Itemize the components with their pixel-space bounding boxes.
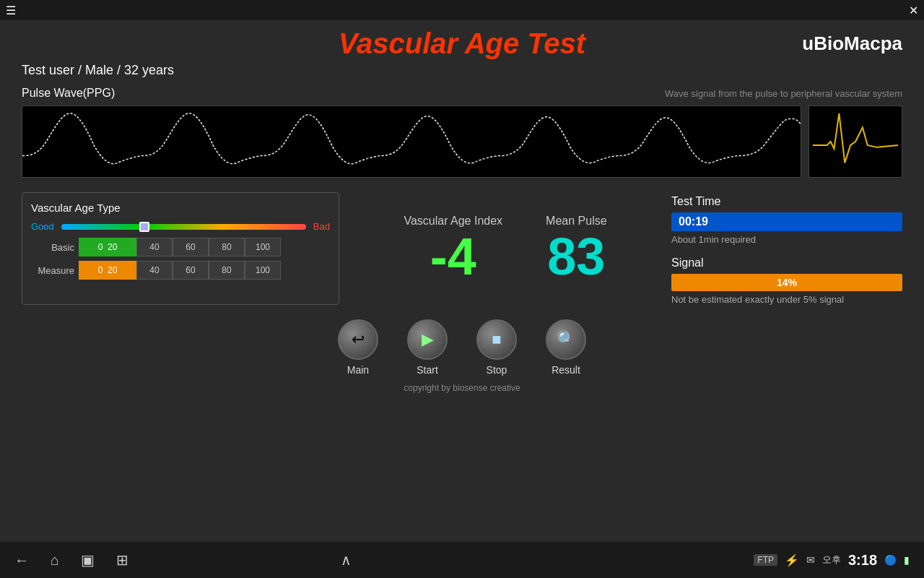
time-period: 오후	[822, 553, 841, 566]
basic-bar-container: 0 20 40 60 80 100	[79, 238, 330, 256]
start-button-icon: ▶	[407, 319, 448, 360]
brand-name: uBioMacpa	[802, 33, 902, 55]
buttons-section: ↩ Main ▶ Start ■ Stop 🔍 Result	[22, 319, 902, 376]
bottom-right-info: FTP ⚡ ✉ 오후 3:18 🔵 ▮	[754, 552, 910, 569]
measure-tick-80: 80	[209, 261, 245, 280]
ppg-graph	[22, 105, 801, 178]
usb-icon: ⚡	[785, 553, 799, 567]
test-time-title: Test Time	[671, 195, 902, 208]
user-info: Test user / Male / 32 years	[22, 63, 902, 78]
recent-apps-button[interactable]: ▣	[81, 551, 95, 569]
basic-label: Basic	[31, 242, 74, 253]
ftp-status: FTP	[754, 554, 777, 566]
app-title: Vascular Age Test	[22, 27, 902, 60]
test-time-section: Test Time 00:19 About 1min required	[671, 195, 902, 245]
basic-tick-80: 80	[209, 238, 245, 256]
main-content: Vascular Age Test uBioMacpa Test user / …	[0, 20, 924, 400]
start-button[interactable]: ▶ Start	[407, 319, 448, 376]
stop-button-icon: ■	[476, 319, 517, 360]
bottom-bar: ← ⌂ ▣ ⊞ ∧ FTP ⚡ ✉ 오후 3:18 🔵 ▮	[0, 542, 924, 578]
basic-tick-100: 100	[245, 238, 281, 256]
basic-bar-ticks: 40 60 80 100	[136, 238, 281, 256]
pulse-wave-subtitle: Wave signal from the pulse to peripheral…	[665, 88, 902, 99]
basic-bar-row: Basic 0 20 40 60 80 100	[31, 238, 330, 256]
close-button[interactable]: ✕	[909, 4, 918, 17]
basic-tick-60: 60	[173, 238, 209, 256]
test-time-badge: 00:19	[671, 212, 902, 231]
vascular-type-title: Vascular Age Type	[31, 202, 330, 214]
measure-bar-ticks: 40 60 80 100	[136, 261, 281, 280]
measure-tick-60: 60	[173, 261, 209, 280]
main-button-icon: ↩	[338, 319, 378, 360]
vascular-age-index-block: Vascular Age Index -4	[404, 215, 502, 282]
slider-track[interactable]	[61, 224, 306, 230]
test-time-subtext: About 1min required	[671, 234, 902, 245]
pulse-wave-container	[22, 105, 902, 178]
mean-pulse-label: Mean Pulse	[546, 215, 607, 228]
vascular-type-box: Vascular Age Type Good Bad Basic 0 20 40	[22, 192, 339, 305]
measure-bar-row: Measure 0 20 40 60 80 100	[31, 261, 330, 280]
signal-badge: 14%	[671, 274, 902, 291]
copyright: copyright by biosense creative	[22, 383, 902, 393]
ppg-mini	[808, 105, 902, 178]
title-bar-icon: ☰	[6, 4, 16, 17]
pulse-wave-section: Pulse Wave(PPG) Wave signal from the pul…	[22, 87, 902, 178]
title-bar: ☰ ✕	[0, 0, 924, 20]
basic-tick-40: 40	[136, 238, 173, 256]
back-button[interactable]: ←	[14, 552, 29, 569]
mail-icon: ✉	[806, 554, 815, 566]
start-button-label: Start	[417, 364, 438, 376]
pulse-wave-title: Pulse Wave(PPG)	[22, 87, 115, 100]
measure-tick-100: 100	[245, 261, 281, 280]
mean-pulse-block: Mean Pulse 83	[546, 215, 607, 282]
result-button-icon: 🔍	[546, 319, 586, 360]
main-button[interactable]: ↩ Main	[338, 319, 378, 376]
stop-button-label: Stop	[487, 364, 507, 376]
mean-pulse-value: 83	[546, 230, 607, 282]
signal-subtext: Not be estimated exactly under 5% signal	[671, 294, 902, 305]
bottom-section: Vascular Age Type Good Bad Basic 0 20 40	[22, 192, 902, 305]
right-panel: Test Time 00:19 About 1min required Sign…	[671, 192, 902, 305]
up-button[interactable]: ∧	[341, 551, 352, 569]
main-button-label: Main	[347, 364, 369, 376]
measure-bar-filled: 0 20	[79, 261, 136, 280]
metrics-row: Vascular Age Index -4 Mean Pulse 83	[354, 192, 657, 305]
stop-button[interactable]: ■ Stop	[476, 319, 517, 376]
result-button[interactable]: 🔍 Result	[546, 319, 586, 376]
vascular-age-index-label: Vascular Age Index	[404, 215, 502, 228]
battery-icon: ▮	[904, 554, 910, 566]
signal-title: Signal	[671, 256, 902, 269]
bluetooth-icon: 🔵	[884, 554, 897, 566]
vascular-age-index-value: -4	[404, 230, 502, 282]
window-button[interactable]: ⊞	[116, 551, 128, 569]
measure-label: Measure	[31, 265, 74, 276]
measure-bar-container: 0 20 40 60 80 100	[79, 261, 330, 280]
slider-bad-label: Bad	[313, 221, 330, 232]
result-button-label: Result	[552, 364, 580, 376]
basic-bar-filled: 0 20	[79, 238, 136, 256]
slider-thumb[interactable]	[139, 222, 149, 232]
measure-tick-40: 40	[136, 261, 173, 280]
slider-row: Good Bad	[31, 221, 330, 232]
clock-display: 3:18	[848, 552, 877, 569]
slider-good-label: Good	[31, 221, 54, 232]
home-button[interactable]: ⌂	[51, 552, 59, 569]
signal-section: Signal 14% Not be estimated exactly unde…	[671, 256, 902, 305]
